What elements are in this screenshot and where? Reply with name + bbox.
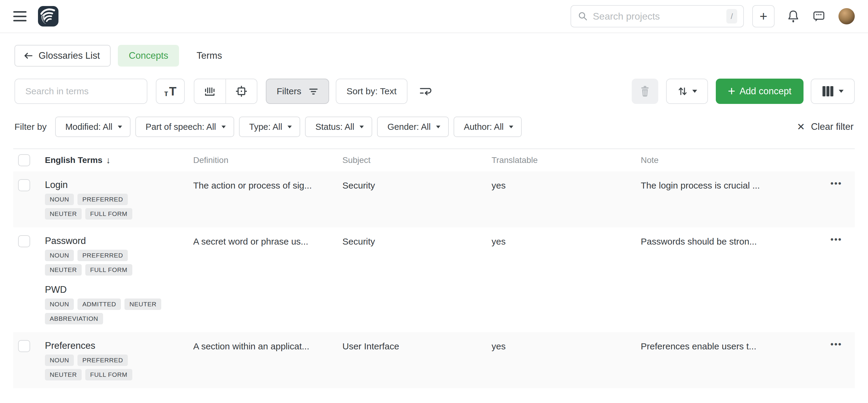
concepts-toolbar: тT	[14, 78, 855, 104]
add-concept-button[interactable]: + Add concept	[716, 78, 804, 104]
term-title: Preferences	[45, 339, 193, 352]
row-checkbox[interactable]	[18, 179, 30, 191]
term-title: Password	[45, 235, 193, 247]
term-tag: FULL FORM	[85, 369, 132, 380]
term-tag: FULL FORM	[85, 208, 132, 220]
column-header-note: Note	[641, 156, 807, 165]
delete-selected-button[interactable]	[632, 78, 658, 104]
term-tags: NOUN ADMITTED NEUTER ABBREVIATION	[45, 299, 165, 325]
columns-settings-button[interactable]	[811, 78, 855, 104]
cell-definition: A section within an applicat...	[193, 332, 342, 351]
chevron-down-icon	[287, 126, 292, 128]
row-menu-ellipsis-icon[interactable]: •••	[831, 179, 842, 188]
whole-word-icon	[203, 85, 216, 97]
row-menu-ellipsis-icon[interactable]: •••	[831, 235, 842, 244]
sort-descending-icon: ↓	[106, 155, 111, 165]
row-checkbox[interactable]	[18, 340, 30, 352]
clear-filter-label: Clear filter	[811, 122, 854, 132]
term-tag: NOUN	[45, 355, 74, 366]
cell-note: Passwords should be stron...	[641, 227, 807, 247]
term-tag: NOUN	[45, 194, 74, 205]
chip-label: Modified: All	[65, 122, 113, 132]
table-row[interactable]: Login NOUN PREFERRED NEUTER FULL FORM Th…	[13, 171, 855, 227]
search-mode-group	[194, 78, 257, 104]
notifications-bell-icon[interactable]	[786, 9, 800, 24]
term-block: Password NOUN PREFERRED NEUTER FULL FORM	[45, 235, 193, 276]
sort-by-label: Sort by: Text	[347, 86, 397, 96]
whole-word-button[interactable]	[194, 79, 225, 103]
filter-bar: Filter by Modified: All Part of speech: …	[14, 116, 854, 137]
chevron-down-icon	[436, 126, 440, 128]
search-in-terms-input[interactable]	[25, 86, 140, 96]
term-title: PWD	[45, 283, 193, 296]
chevron-down-icon	[839, 90, 844, 93]
user-avatar[interactable]	[838, 8, 855, 24]
cell-subject: User Interface	[342, 332, 492, 351]
cell-subject: Security	[342, 227, 492, 247]
term-tag: PREFERRED	[78, 355, 128, 366]
clear-filter-button[interactable]: ✕ Clear filter	[797, 121, 854, 133]
filter-chip-type[interactable]: Type: All	[239, 116, 301, 137]
table-header: English Terms ↓ Definition Subject Trans…	[13, 148, 855, 171]
chip-label: Gender: All	[387, 122, 430, 132]
term-tag: FULL FORM	[85, 264, 132, 276]
term-tag: NOUN	[45, 250, 74, 261]
hamburger-menu-icon[interactable]	[13, 11, 27, 22]
toolbar-right-group: + Add concept	[632, 78, 855, 104]
chat-feedback-icon[interactable]	[812, 9, 826, 23]
chip-label: Status: All	[315, 122, 354, 132]
term-tag: NEUTER	[45, 369, 82, 380]
cell-note: Preferences enable users t...	[641, 332, 807, 351]
concepts-table: English Terms ↓ Definition Subject Trans…	[13, 148, 855, 388]
cell-translatable: yes	[492, 227, 641, 247]
import-export-button[interactable]	[666, 78, 708, 104]
term-block: Login NOUN PREFERRED NEUTER FULL FORM	[45, 179, 193, 220]
cell-definition: The action or process of sig...	[193, 171, 342, 191]
filter-chip-modified[interactable]: Modified: All	[55, 116, 130, 137]
column-label: English Terms	[45, 156, 102, 165]
filter-chip-part-of-speech[interactable]: Part of speech: All	[135, 116, 234, 137]
chip-label: Part of speech: All	[146, 122, 216, 132]
chevron-down-icon	[221, 126, 226, 128]
filter-chip-status[interactable]: Status: All	[305, 116, 372, 137]
chevron-down-icon	[360, 126, 364, 128]
sort-by-button[interactable]: Sort by: Text	[336, 78, 407, 104]
cell-definition: A secret word or phrase us...	[193, 227, 342, 247]
exact-match-button[interactable]	[225, 79, 257, 103]
term-tag: NOUN	[45, 299, 74, 310]
back-to-glossaries-button[interactable]: Glossaries List	[14, 45, 111, 67]
create-new-button[interactable]: +	[752, 5, 775, 27]
tab-concepts[interactable]: Concepts	[118, 45, 179, 67]
term-tags: NOUN PREFERRED NEUTER FULL FORM	[45, 250, 165, 276]
table-row[interactable]: Password NOUN PREFERRED NEUTER FULL FORM…	[13, 227, 855, 332]
search-projects-input[interactable]	[593, 11, 726, 22]
filter-by-label: Filter by	[14, 122, 47, 132]
back-button-label: Glossaries List	[38, 50, 100, 61]
chevron-down-icon	[692, 90, 697, 93]
term-tag: PREFERRED	[78, 194, 128, 205]
term-tag: NEUTER	[124, 299, 161, 310]
match-case-button[interactable]: тT	[156, 78, 185, 104]
term-block: PWD NOUN ADMITTED NEUTER ABBREVIATION	[45, 283, 193, 325]
filters-button[interactable]: Filters	[266, 78, 329, 104]
exact-match-icon	[235, 85, 248, 98]
app-logo-icon[interactable]	[38, 6, 59, 27]
term-tags: NOUN PREFERRED NEUTER FULL FORM	[45, 194, 165, 220]
close-icon: ✕	[797, 121, 805, 133]
term-title: Login	[45, 179, 193, 191]
filter-chip-author[interactable]: Author: All	[454, 116, 522, 137]
chevron-down-icon	[118, 126, 122, 128]
row-menu-ellipsis-icon[interactable]: •••	[831, 339, 842, 349]
table-row[interactable]: Preferences NOUN PREFERRED NEUTER FULL F…	[13, 332, 855, 388]
select-all-checkbox[interactable]	[18, 154, 30, 166]
filters-button-label: Filters	[277, 86, 301, 96]
wrap-text-button[interactable]	[416, 78, 435, 104]
column-header-translatable: Translatable	[492, 156, 641, 165]
column-header-english-terms[interactable]: English Terms ↓	[45, 155, 193, 165]
cell-translatable: yes	[492, 171, 641, 191]
tab-terms[interactable]: Terms	[186, 45, 233, 67]
search-icon	[578, 11, 588, 22]
filter-chip-gender[interactable]: Gender: All	[377, 116, 448, 137]
row-checkbox[interactable]	[18, 235, 30, 247]
plus-icon: +	[728, 84, 735, 99]
